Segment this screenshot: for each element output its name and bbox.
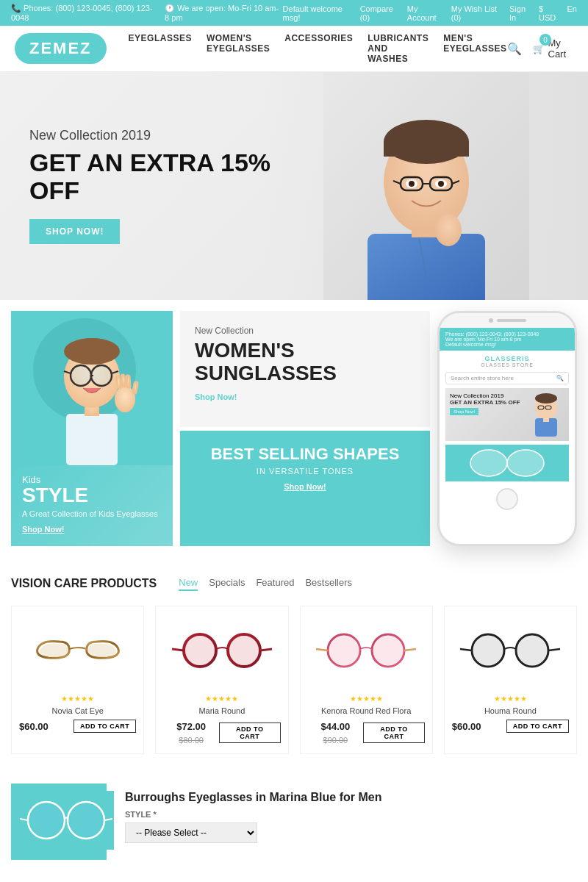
svg-rect-39 — [543, 413, 549, 422]
kids-title: STYLE — [22, 485, 162, 506]
products-section-title: VISION CARE PRODUCTS — [11, 577, 157, 590]
hero-section: New Collection 2019 GET AN EXTRA 15% OFF… — [0, 72, 588, 300]
logo[interactable]: ZEMEZ — [15, 33, 107, 64]
phone-hours: We are open: Mo-Fri 10 am-8 pm — [445, 337, 569, 342]
svg-line-33 — [123, 376, 124, 385]
product-price: $44.00 — [320, 721, 350, 732]
nav-lubricants[interactable]: LUBRICANTS AND WASHES — [368, 33, 429, 64]
svg-point-57 — [329, 636, 359, 665]
style-select[interactable]: -- Please Select -- — [125, 822, 257, 843]
tab-bestsellers[interactable]: Bestsellers — [305, 576, 352, 591]
signin-link[interactable]: Sign In — [509, 4, 531, 22]
shapes-shop-link[interactable]: Shop Now! — [284, 482, 326, 491]
svg-line-65 — [460, 649, 472, 650]
product-price: $60.00 — [452, 721, 481, 732]
kids-person-area — [11, 311, 173, 465]
shapes-card: BEST SELLING SHAPES IN VERSATILE TONES S… — [180, 431, 430, 547]
product-card: ★★★★★ Novia Cat Eye $60.00 ADD TO CART — [11, 606, 144, 754]
products-header: VISION CARE PRODUCTS New Specials Featur… — [11, 576, 577, 591]
wishlist-link[interactable]: My Wish List (0) — [451, 4, 502, 22]
nav-eyeglasses[interactable]: EYEGLASSES — [129, 33, 192, 64]
womens-shop-link[interactable]: Shop Now! — [195, 392, 415, 401]
phone-brand-name: GLASSERIS — [444, 355, 570, 362]
nav-womens[interactable]: WOMEN'S EYEGLASSES — [207, 33, 270, 64]
hero-title: GET AN EXTRA 15% OFF — [29, 149, 320, 204]
hero-content: New Collection 2019 GET AN EXTRA 15% OFF… — [29, 128, 320, 244]
phone-brand: GLASSERIS GLASSES STORE — [440, 351, 575, 372]
kids-shop-link[interactable]: Shop Now! — [22, 525, 64, 534]
bottom-glasses-preview — [18, 791, 114, 850]
add-to-cart-button[interactable]: ADD TO CART — [219, 723, 281, 743]
phone-numbers: 📞 Phones: (800) 123-0045; (800) 123-0048 — [11, 4, 154, 22]
top-bar: 📞 Phones: (800) 123-0045; (800) 123-0048… — [0, 0, 588, 26]
add-to-cart-button[interactable]: ADD TO CART — [74, 720, 136, 733]
product-old-price: $80.00 — [179, 736, 204, 745]
phone-home-button[interactable] — [496, 488, 518, 510]
product-card: ★★★★★ Houma Round $60.00 ADD TO CART — [444, 606, 577, 754]
header: ZEMEZ EYEGLASSES WOMEN'S EYEGLASSES ACCE… — [0, 26, 588, 72]
hero-shop-button[interactable]: Shop Now! — [29, 219, 120, 244]
cart-button[interactable]: 🛒 0 My Cart — [533, 37, 574, 60]
collections-section: Kids STYLE A Great Collection of Kids Ey… — [0, 300, 588, 557]
phone-search[interactable]: Search entire store here 🔍 — [445, 372, 569, 384]
shapes-title: BEST SELLING SHAPES — [195, 445, 415, 463]
tab-featured[interactable]: Featured — [256, 576, 294, 591]
product-image — [452, 614, 569, 687]
tab-new[interactable]: New — [179, 576, 198, 591]
svg-point-52 — [229, 636, 259, 665]
svg-point-26 — [72, 367, 90, 384]
shapes-subtitle: IN VERSATILE TONES — [195, 467, 415, 476]
svg-point-71 — [70, 804, 102, 836]
svg-point-14 — [409, 181, 415, 187]
add-to-cart-button[interactable]: ADD TO CART — [506, 720, 569, 733]
product-stars: ★★★★★ — [452, 695, 569, 703]
products-section: VISION CARE PRODUCTS New Specials Featur… — [0, 557, 588, 772]
product-price: $60.00 — [19, 721, 49, 732]
product-price-row: $72.00 $80.00 ADD TO CART — [163, 720, 280, 746]
hero-subtitle: New Collection 2019 — [29, 128, 320, 143]
cart-badge: 0 — [539, 34, 551, 46]
nav-accessories[interactable]: ACCESSORIES — [284, 33, 353, 64]
phone-teal-bar: Phones: (800) 123-0043; (800) 123-0048 W… — [440, 328, 575, 351]
phone-welcome: Default welcome msg! — [445, 342, 569, 347]
svg-point-45 — [507, 450, 544, 476]
svg-point-64 — [517, 636, 547, 665]
kids-illustration — [11, 311, 173, 465]
top-bar-right: Default welcome msg! Compare (0) My Acco… — [283, 4, 577, 22]
phone-search-icon: 🔍 — [556, 375, 564, 381]
phone-hero-person — [528, 392, 564, 437]
product-price-row: $44.00 $90.00 ADD TO CART — [308, 720, 425, 746]
svg-point-63 — [473, 636, 503, 665]
svg-line-32 — [118, 379, 120, 387]
product-stars: ★★★★★ — [163, 695, 280, 703]
phone-content: Phones: (800) 123-0043; (800) 123-0048 W… — [440, 328, 575, 514]
currency-selector[interactable]: $ USD — [539, 4, 559, 22]
nav-mens[interactable]: MEN'S EYEGLASSES — [443, 33, 506, 64]
svg-line-34 — [128, 377, 129, 386]
svg-point-58 — [373, 636, 403, 665]
phone-search-text: Search entire store here — [451, 375, 514, 381]
phone-camera — [489, 318, 493, 323]
compare-link[interactable]: Compare (0) — [360, 4, 400, 22]
search-icon[interactable]: 🔍 — [507, 42, 522, 56]
svg-point-16 — [435, 214, 462, 246]
svg-line-53 — [172, 649, 184, 650]
main-nav: EYEGLASSES WOMEN'S EYEGLASSES ACCESSORIE… — [129, 33, 507, 64]
phone-teal-section — [445, 445, 569, 481]
kids-subtitle: A Great Collection of Kids Eyeglasses — [22, 509, 162, 518]
add-to-cart-button[interactable]: ADD TO CART — [363, 723, 425, 743]
phone-hero-btn[interactable]: Shop Now! — [450, 408, 478, 415]
business-hours: 🕐 We are open: Mo-Fri 10 am-8 pm — [165, 4, 283, 22]
womens-label: New Collection — [195, 326, 415, 336]
products-tabs: New Specials Featured Bestsellers — [179, 576, 352, 591]
hero-person-illustration — [323, 72, 529, 300]
account-link[interactable]: My Account — [407, 4, 444, 22]
svg-point-70 — [30, 804, 62, 836]
welcome-msg: Default welcome msg! — [283, 4, 353, 22]
svg-point-51 — [185, 636, 215, 665]
svg-line-66 — [548, 649, 560, 650]
phone-top-bar — [440, 313, 575, 328]
products-grid: ★★★★★ Novia Cat Eye $60.00 ADD TO CART — [11, 606, 577, 754]
language-selector[interactable]: En — [567, 4, 577, 22]
tab-specials[interactable]: Specials — [209, 576, 245, 591]
